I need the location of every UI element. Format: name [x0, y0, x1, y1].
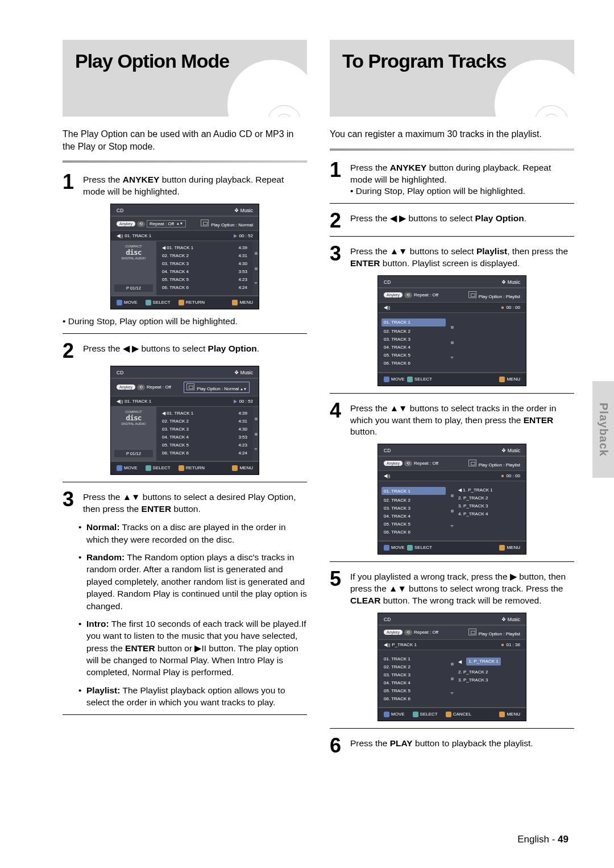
- play-option-list: Normal: Tracks on a disc are played in t…: [78, 521, 307, 708]
- r-step-3: 3 Press the ▲▼ buttons to select Playlis…: [330, 245, 574, 270]
- step-3: 3 Press the ▲▼ buttons to select a desir…: [63, 490, 307, 515]
- left-note1: • During Stop, Play option will be highl…: [63, 316, 307, 326]
- right-column: To Program Tracks You can register a max…: [330, 40, 574, 761]
- r-step-6: 6 Press the PLAY button to playback the …: [330, 737, 574, 755]
- right-intro: You can register a maximum 30 tracks in …: [330, 128, 574, 140]
- r-step-4: 4 Press the ▲▼ buttons to select tracks …: [330, 402, 574, 439]
- play-option-icon: [201, 220, 209, 226]
- play-icon: ▶: [234, 233, 237, 238]
- playlist-screen-adding: CDMusic Anykey⟲Repeat : Off Play Option …: [377, 444, 526, 555]
- r-step-1: 1 Press the ANYKEY button during playbac…: [330, 161, 574, 198]
- section-tab: Playback: [592, 381, 614, 478]
- cd-player-screen-2: CDMusic Anykey⟲Repeat : Off Play Option …: [110, 366, 259, 475]
- cd-player-screen-1: CDMusic Anykey⟲Repeat : Off▲▼ Play Optio…: [110, 204, 259, 309]
- left-intro: The Play Option can be used with an Audi…: [63, 128, 307, 152]
- step-1: 1 Press the ANYKEY button during playbac…: [63, 173, 307, 198]
- section-header-right: To Program Tracks: [330, 40, 574, 117]
- divider: [63, 160, 307, 163]
- r-step-2: 2 Press the ◀ ▶ buttons to select Play O…: [330, 212, 574, 230]
- r-step-5: 5 If you playlisted a wrong track, press…: [330, 570, 574, 607]
- stop-icon: ■: [501, 305, 504, 310]
- step-2: 2 Press the ◀ ▶ buttons to select Play O…: [63, 342, 307, 360]
- left-column: Play Option Mode The Play Option can be …: [63, 40, 307, 761]
- speaker-icon: ◀)): [117, 233, 123, 238]
- step-number: 1: [63, 173, 77, 191]
- section-header-left: Play Option Mode: [63, 40, 307, 117]
- disc-logo: COMPACTdiscDIGITAL AUDIO: [114, 245, 153, 260]
- playlist-screen-empty: CDMusic Anykey⟲Repeat : Off Play Option …: [377, 275, 526, 386]
- playlist-screen-playing: CDMusic Anykey⟲Repeat : Off Play Option …: [377, 613, 526, 721]
- page-footer: English - 49: [517, 834, 569, 845]
